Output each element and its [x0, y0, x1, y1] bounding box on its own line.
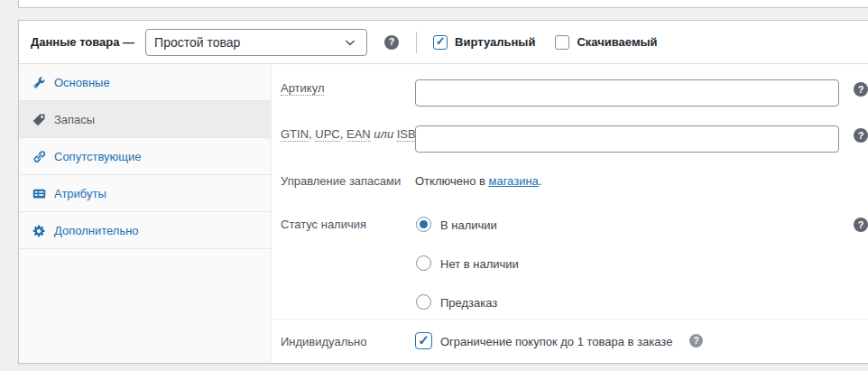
chevron-down-icon	[343, 35, 357, 50]
radio-in-stock[interactable]	[416, 217, 431, 232]
virtual-checkbox-group[interactable]: ✓ Виртуальный	[433, 35, 535, 50]
tab-label: Атрибуты	[54, 187, 106, 200]
help-icon[interactable]: ?	[854, 128, 868, 143]
tab-label: Сопутствующие	[54, 150, 141, 163]
link-icon	[32, 149, 46, 163]
product-data-tabs: Основные Запасы Сопутствующие Атрибуты	[19, 64, 272, 363]
gtin-label: GTIN, UPC, EAN или ISBN	[281, 127, 424, 141]
product-type-select[interactable]: Простой товар	[145, 29, 367, 56]
radio-out-of-stock-label[interactable]: Нет в наличии	[440, 257, 519, 271]
virtual-checkbox-label: Виртуальный	[455, 35, 535, 49]
wrench-icon	[32, 75, 46, 89]
radio-on-backorder[interactable]	[416, 294, 431, 310]
sold-individually-label: Индивидуально	[281, 335, 366, 348]
inventory-tab-panel: Артикул ? GTIN, UPC, EAN или ISBN ? Упра…	[272, 64, 868, 363]
tab-advanced[interactable]: Дополнительно	[19, 212, 271, 249]
store-settings-link[interactable]: магазина	[489, 174, 539, 188]
tab-linked-products[interactable]: Сопутствующие	[19, 138, 271, 175]
tab-label: Основные	[54, 76, 110, 89]
tab-inventory[interactable]: Запасы	[19, 101, 271, 138]
help-icon[interactable]: ?	[689, 334, 703, 348]
list-card-icon	[32, 186, 46, 200]
tab-label: Запасы	[54, 113, 95, 126]
product-data-header: Данные товара — Простой товар ? ✓ Виртуа…	[19, 21, 868, 64]
radio-on-backorder-label[interactable]: Предзаказ	[440, 296, 497, 310]
header-separator	[416, 32, 417, 53]
product-type-value: Простой товар	[154, 35, 240, 50]
downloadable-checkbox-group[interactable]: Скачиваемый	[555, 35, 657, 50]
radio-out-of-stock[interactable]	[416, 255, 431, 271]
manage-stock-value: Отключено в магазина.	[415, 174, 541, 188]
panel-title: Данные товара —	[31, 35, 134, 49]
manage-stock-label: Управление запасами	[281, 174, 401, 188]
stock-status-label: Статус наличия	[281, 218, 366, 231]
sku-input[interactable]	[415, 79, 839, 107]
sold-individually-checkbox[interactable]: ✓	[415, 332, 432, 349]
radio-in-stock-label[interactable]: В наличии	[440, 218, 497, 232]
check-icon: ✓	[436, 35, 446, 47]
downloadable-checkbox[interactable]	[555, 35, 569, 50]
tab-attributes[interactable]: Атрибуты	[19, 175, 271, 212]
tag-icon	[32, 112, 46, 126]
sold-individually-checkbox-label[interactable]: Ограничение покупок до 1 товара в заказе	[440, 335, 672, 348]
help-icon[interactable]: ?	[854, 82, 868, 97]
gtin-input[interactable]	[415, 125, 839, 153]
tab-label: Дополнительно	[54, 224, 139, 237]
virtual-checkbox[interactable]: ✓	[433, 35, 448, 50]
downloadable-checkbox-label: Скачиваемый	[577, 35, 657, 49]
gear-icon	[32, 223, 46, 237]
previous-metabox-edge	[18, 0, 868, 8]
sku-label: Артикул	[281, 81, 324, 95]
help-icon[interactable]: ?	[854, 218, 868, 232]
radio-dot	[420, 220, 428, 228]
tab-general[interactable]: Основные	[19, 64, 271, 101]
check-icon: ✓	[418, 333, 429, 347]
section-divider	[272, 319, 868, 320]
product-data-panel: Данные товара — Простой товар ? ✓ Виртуа…	[18, 20, 868, 364]
help-icon[interactable]: ?	[384, 35, 399, 50]
